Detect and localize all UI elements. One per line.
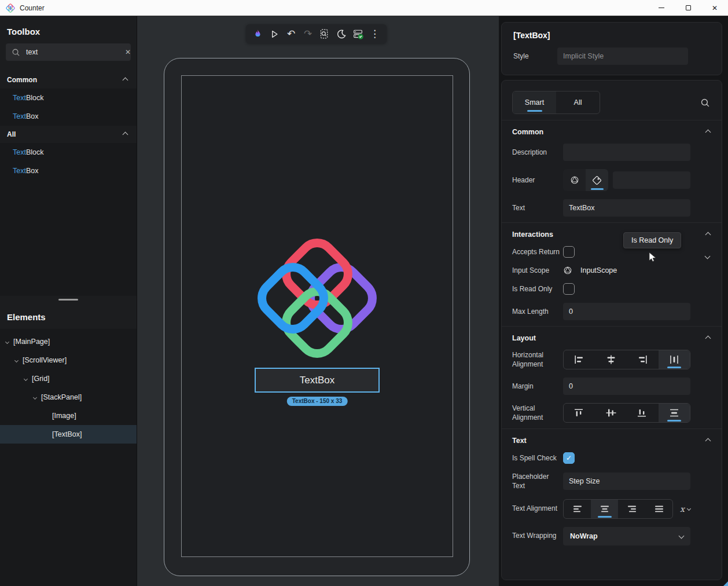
properties-panel: [TextBox] Style Smart All Common <box>499 16 728 586</box>
toolbox-item-textblock[interactable]: TextBlock <box>0 143 137 162</box>
tab-smart[interactable]: Smart <box>513 91 556 113</box>
placeholder-text-input[interactable] <box>563 473 690 490</box>
panel-splitter[interactable] <box>0 296 137 303</box>
app-window: Counter ✕ Toolbox ✕ Common TextBlock Tex… <box>0 0 728 586</box>
tree-item-textbox-selected[interactable]: [TextBox] <box>0 425 137 444</box>
selection-size-badge: TextBox - 150 x 33 <box>287 397 348 406</box>
text-input[interactable] <box>563 199 690 217</box>
chevron-up-icon[interactable] <box>705 335 711 341</box>
section-interactions[interactable]: Interactions <box>502 223 722 244</box>
align-center-horizontal-icon[interactable] <box>595 350 627 369</box>
align-top-icon[interactable] <box>564 404 595 422</box>
hot-reload-flame-icon[interactable] <box>250 27 265 42</box>
selected-element-title: [TextBox] <box>502 23 722 40</box>
header-input[interactable] <box>613 171 690 189</box>
close-icon: ✕ <box>712 5 718 12</box>
tag-icon[interactable] <box>586 169 608 191</box>
toolbox-all-items: TextBlock TextBox <box>0 143 137 180</box>
more-options-kebab-icon[interactable]: ⋮ <box>367 27 383 42</box>
tree-item-stackpanel[interactable]: [StackPanel] <box>0 388 137 406</box>
horizontal-alignment-group <box>563 350 690 369</box>
row-margin: Margin <box>502 375 722 401</box>
play-button[interactable] <box>267 27 282 42</box>
properties-search-icon[interactable] <box>700 98 710 108</box>
advanced-value-dropdown[interactable]: x <box>680 504 690 514</box>
is-spell-check-checkbox[interactable]: ✓ <box>563 452 575 464</box>
description-input[interactable] <box>563 144 690 161</box>
selected-textbox-element[interactable]: TextBox <box>255 368 380 393</box>
align-right-icon[interactable] <box>627 350 659 369</box>
tree-item-grid[interactable]: [Grid] <box>0 369 137 388</box>
is-read-only-checkbox[interactable] <box>563 283 575 295</box>
resize-grip[interactable] <box>723 581 728 586</box>
chevron-up-icon[interactable] <box>705 438 711 444</box>
max-length-input[interactable] <box>563 303 690 320</box>
chevron-down-icon[interactable] <box>5 339 9 343</box>
title-bar: Counter ✕ <box>0 0 728 16</box>
toolbox-item-textbox[interactable]: TextBox <box>0 107 137 126</box>
row-text-wrapping: Text Wrapping NoWrap <box>502 525 722 551</box>
search-icon <box>12 48 20 57</box>
tab-all[interactable]: All <box>556 91 600 113</box>
properties-card: Smart All Common Description Header <box>501 80 722 580</box>
margin-input[interactable] <box>563 378 690 395</box>
vertical-alignment-group <box>563 403 690 423</box>
toolbox-common-items: TextBlock TextBox <box>0 89 137 126</box>
chevron-down-icon[interactable] <box>14 358 19 362</box>
connection-status-icon[interactable] <box>351 27 366 42</box>
theme-toggle-moon-icon[interactable] <box>334 27 349 42</box>
stretch-horizontal-icon[interactable] <box>659 350 690 369</box>
chevron-up-icon[interactable] <box>705 129 711 135</box>
align-left-icon[interactable] <box>564 350 595 369</box>
style-label: Style <box>513 52 557 60</box>
row-horizontal-alignment: Horizontal Alignment <box>502 347 722 375</box>
binding-gem-icon[interactable] <box>563 266 572 275</box>
style-input[interactable] <box>557 47 688 65</box>
app-logo-image[interactable] <box>253 235 381 362</box>
align-bottom-icon[interactable] <box>627 404 659 422</box>
clear-search-icon[interactable]: ✕ <box>125 48 131 56</box>
left-sidebar: Toolbox ✕ Common TextBlock TextBox All <box>0 16 137 586</box>
tree-item-mainpage[interactable]: [MainPage] <box>0 332 137 351</box>
selection-header-card: [TextBox] Style <box>501 22 722 75</box>
toolbox-item-textblock[interactable]: TextBlock <box>0 89 137 107</box>
chevron-down-icon <box>679 533 685 539</box>
text-align-center-icon[interactable] <box>591 500 618 518</box>
input-scope-value[interactable]: InputScope <box>580 266 617 274</box>
row-placeholder-text: Placeholder Text <box>502 470 722 496</box>
chevron-down-icon[interactable] <box>24 376 28 380</box>
section-text[interactable]: Text <box>502 429 722 450</box>
toolbox-section-common[interactable]: Common <box>0 71 137 89</box>
toolbox-item-textbox[interactable]: TextBox <box>0 162 137 180</box>
mouse-cursor <box>648 252 658 265</box>
app-logo-icon <box>6 3 15 13</box>
tree-item-scrollviewer[interactable]: [ScrollViewer] <box>0 351 137 369</box>
design-canvas[interactable]: ↶ ↷ ⋮ <box>137 16 499 586</box>
toolbox-search[interactable]: ✕ <box>6 43 131 61</box>
accepts-return-checkbox[interactable] <box>563 246 575 258</box>
redo-button[interactable]: ↷ <box>300 27 315 42</box>
toolbox-search-input[interactable] <box>26 48 119 56</box>
maximize-button[interactable] <box>675 0 701 16</box>
toolbox-empty-area <box>0 180 137 296</box>
tree-item-image[interactable]: [Image] <box>0 406 137 425</box>
stretch-vertical-icon[interactable] <box>659 404 690 422</box>
text-align-justify-icon[interactable] <box>645 500 672 518</box>
chevron-up-icon[interactable] <box>705 232 711 237</box>
section-layout[interactable]: Layout <box>502 327 722 347</box>
binding-gem-icon[interactable] <box>563 169 586 191</box>
close-button[interactable]: ✕ <box>701 0 728 16</box>
minimize-button[interactable] <box>648 0 675 16</box>
section-common[interactable]: Common <box>502 120 722 141</box>
text-align-right-icon[interactable] <box>618 500 645 518</box>
row-description: Description <box>502 141 722 167</box>
zoom-selection-icon[interactable] <box>317 27 332 42</box>
row-is-read-only: Is Read Only <box>502 281 722 301</box>
toolbox-section-all[interactable]: All <box>0 126 137 143</box>
undo-button[interactable]: ↶ <box>284 27 299 42</box>
text-align-left-icon[interactable] <box>564 500 591 518</box>
row-header: Header <box>502 167 722 197</box>
chevron-down-icon[interactable] <box>33 395 37 399</box>
align-center-vertical-icon[interactable] <box>595 404 627 422</box>
text-wrapping-select[interactable]: NoWrap <box>563 527 690 545</box>
